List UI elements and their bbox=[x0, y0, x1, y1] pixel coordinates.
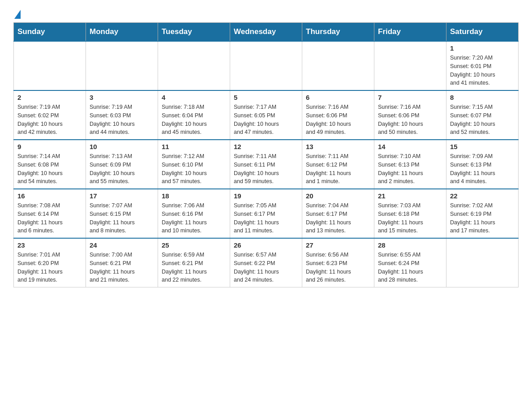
day-number: 7 bbox=[378, 94, 442, 101]
day-number: 28 bbox=[378, 241, 442, 249]
table-row: 12Sunrise: 7:11 AM Sunset: 6:11 PM Dayli… bbox=[230, 140, 302, 189]
table-row: 8Sunrise: 7:15 AM Sunset: 6:07 PM Daylig… bbox=[446, 90, 519, 140]
table-row: 16Sunrise: 7:08 AM Sunset: 6:14 PM Dayli… bbox=[14, 189, 86, 238]
table-row: 10Sunrise: 7:13 AM Sunset: 6:09 PM Dayli… bbox=[86, 140, 158, 189]
day-info: Sunrise: 7:10 AM Sunset: 6:13 PM Dayligh… bbox=[378, 152, 442, 186]
day-info: Sunrise: 7:15 AM Sunset: 6:07 PM Dayligh… bbox=[450, 103, 515, 137]
day-number: 18 bbox=[162, 192, 226, 200]
day-info: Sunrise: 7:11 AM Sunset: 6:11 PM Dayligh… bbox=[234, 152, 298, 186]
table-row: 4Sunrise: 7:18 AM Sunset: 6:04 PM Daylig… bbox=[158, 90, 230, 140]
header-monday: Monday bbox=[86, 23, 158, 42]
table-row: 7Sunrise: 7:16 AM Sunset: 6:06 PM Daylig… bbox=[374, 90, 446, 140]
logo bbox=[13, 9, 21, 18]
day-number: 11 bbox=[162, 143, 226, 150]
day-info: Sunrise: 7:17 AM Sunset: 6:05 PM Dayligh… bbox=[234, 103, 298, 137]
table-row: 24Sunrise: 7:00 AM Sunset: 6:21 PM Dayli… bbox=[86, 238, 158, 287]
calendar-week-row: 23Sunrise: 7:01 AM Sunset: 6:20 PM Dayli… bbox=[14, 238, 519, 287]
day-number: 10 bbox=[90, 143, 154, 150]
day-info: Sunrise: 7:16 AM Sunset: 6:06 PM Dayligh… bbox=[306, 103, 370, 137]
table-row bbox=[14, 41, 86, 90]
weekday-header-row: Sunday Monday Tuesday Wednesday Thursday… bbox=[14, 23, 519, 42]
day-number: 3 bbox=[90, 94, 154, 101]
table-row: 15Sunrise: 7:09 AM Sunset: 6:13 PM Dayli… bbox=[446, 140, 519, 189]
calendar-week-row: 9Sunrise: 7:14 AM Sunset: 6:08 PM Daylig… bbox=[14, 140, 519, 189]
table-row: 21Sunrise: 7:03 AM Sunset: 6:18 PM Dayli… bbox=[374, 189, 446, 238]
table-row: 20Sunrise: 7:04 AM Sunset: 6:17 PM Dayli… bbox=[302, 189, 374, 238]
table-row: 5Sunrise: 7:17 AM Sunset: 6:05 PM Daylig… bbox=[230, 90, 302, 140]
calendar-table: Sunday Monday Tuesday Wednesday Thursday… bbox=[13, 22, 519, 287]
table-row: 18Sunrise: 7:06 AM Sunset: 6:16 PM Dayli… bbox=[158, 189, 230, 238]
table-row: 1Sunrise: 7:20 AM Sunset: 6:01 PM Daylig… bbox=[446, 41, 519, 90]
day-info: Sunrise: 6:59 AM Sunset: 6:21 PM Dayligh… bbox=[162, 251, 226, 284]
day-info: Sunrise: 7:19 AM Sunset: 6:02 PM Dayligh… bbox=[17, 103, 82, 137]
day-info: Sunrise: 7:04 AM Sunset: 6:17 PM Dayligh… bbox=[306, 201, 370, 235]
table-row: 27Sunrise: 6:56 AM Sunset: 6:23 PM Dayli… bbox=[302, 238, 374, 287]
table-row: 2Sunrise: 7:19 AM Sunset: 6:02 PM Daylig… bbox=[14, 90, 86, 140]
day-info: Sunrise: 7:09 AM Sunset: 6:13 PM Dayligh… bbox=[450, 152, 515, 186]
day-number: 26 bbox=[234, 241, 298, 249]
calendar-week-row: 16Sunrise: 7:08 AM Sunset: 6:14 PM Dayli… bbox=[14, 189, 519, 238]
day-info: Sunrise: 7:18 AM Sunset: 6:04 PM Dayligh… bbox=[162, 103, 226, 137]
table-row bbox=[302, 41, 374, 90]
day-number: 1 bbox=[450, 44, 515, 52]
header-tuesday: Tuesday bbox=[158, 23, 230, 42]
day-info: Sunrise: 7:08 AM Sunset: 6:14 PM Dayligh… bbox=[17, 201, 82, 235]
header-thursday: Thursday bbox=[302, 23, 374, 42]
day-number: 17 bbox=[90, 192, 154, 200]
day-number: 8 bbox=[450, 94, 515, 101]
day-info: Sunrise: 7:03 AM Sunset: 6:18 PM Dayligh… bbox=[378, 201, 442, 235]
header-friday: Friday bbox=[374, 23, 446, 42]
day-info: Sunrise: 7:14 AM Sunset: 6:08 PM Dayligh… bbox=[17, 152, 82, 186]
day-number: 19 bbox=[234, 192, 298, 200]
table-row bbox=[446, 238, 519, 287]
table-row bbox=[86, 41, 158, 90]
day-number: 13 bbox=[306, 143, 370, 150]
table-row: 28Sunrise: 6:55 AM Sunset: 6:24 PM Dayli… bbox=[374, 238, 446, 287]
logo-triangle-icon bbox=[14, 10, 21, 19]
day-number: 5 bbox=[234, 94, 298, 101]
table-row: 3Sunrise: 7:19 AM Sunset: 6:03 PM Daylig… bbox=[86, 90, 158, 140]
day-number: 27 bbox=[306, 241, 370, 249]
table-row: 11Sunrise: 7:12 AM Sunset: 6:10 PM Dayli… bbox=[158, 140, 230, 189]
table-row: 14Sunrise: 7:10 AM Sunset: 6:13 PM Dayli… bbox=[374, 140, 446, 189]
day-number: 16 bbox=[17, 192, 82, 200]
table-row: 13Sunrise: 7:11 AM Sunset: 6:12 PM Dayli… bbox=[302, 140, 374, 189]
calendar-week-row: 2Sunrise: 7:19 AM Sunset: 6:02 PM Daylig… bbox=[14, 90, 519, 140]
table-row: 25Sunrise: 6:59 AM Sunset: 6:21 PM Dayli… bbox=[158, 238, 230, 287]
day-number: 4 bbox=[162, 94, 226, 101]
header-saturday: Saturday bbox=[446, 23, 519, 42]
table-row bbox=[374, 41, 446, 90]
day-number: 9 bbox=[17, 143, 82, 150]
day-info: Sunrise: 6:56 AM Sunset: 6:23 PM Dayligh… bbox=[306, 251, 370, 284]
day-number: 6 bbox=[306, 94, 370, 101]
day-info: Sunrise: 7:16 AM Sunset: 6:06 PM Dayligh… bbox=[378, 103, 442, 137]
day-number: 21 bbox=[378, 192, 442, 200]
table-row: 6Sunrise: 7:16 AM Sunset: 6:06 PM Daylig… bbox=[302, 90, 374, 140]
day-info: Sunrise: 7:19 AM Sunset: 6:03 PM Dayligh… bbox=[90, 103, 154, 137]
table-row bbox=[230, 41, 302, 90]
day-number: 2 bbox=[17, 94, 82, 101]
day-info: Sunrise: 7:13 AM Sunset: 6:09 PM Dayligh… bbox=[90, 152, 154, 186]
day-info: Sunrise: 7:02 AM Sunset: 6:19 PM Dayligh… bbox=[450, 201, 515, 235]
table-row: 26Sunrise: 6:57 AM Sunset: 6:22 PM Dayli… bbox=[230, 238, 302, 287]
table-row: 23Sunrise: 7:01 AM Sunset: 6:20 PM Dayli… bbox=[14, 238, 86, 287]
day-number: 20 bbox=[306, 192, 370, 200]
day-number: 15 bbox=[450, 143, 515, 150]
day-number: 22 bbox=[450, 192, 515, 200]
table-row: 22Sunrise: 7:02 AM Sunset: 6:19 PM Dayli… bbox=[446, 189, 519, 238]
day-info: Sunrise: 7:05 AM Sunset: 6:17 PM Dayligh… bbox=[234, 201, 298, 235]
table-row: 17Sunrise: 7:07 AM Sunset: 6:15 PM Dayli… bbox=[86, 189, 158, 238]
day-info: Sunrise: 7:11 AM Sunset: 6:12 PM Dayligh… bbox=[306, 152, 370, 186]
day-info: Sunrise: 6:55 AM Sunset: 6:24 PM Dayligh… bbox=[378, 251, 442, 284]
table-row: 9Sunrise: 7:14 AM Sunset: 6:08 PM Daylig… bbox=[14, 140, 86, 189]
day-info: Sunrise: 7:06 AM Sunset: 6:16 PM Dayligh… bbox=[162, 201, 226, 235]
header-sunday: Sunday bbox=[14, 23, 86, 42]
day-number: 23 bbox=[17, 241, 82, 249]
table-row: 19Sunrise: 7:05 AM Sunset: 6:17 PM Dayli… bbox=[230, 189, 302, 238]
day-info: Sunrise: 7:01 AM Sunset: 6:20 PM Dayligh… bbox=[17, 251, 82, 284]
page-header bbox=[13, 9, 519, 18]
day-info: Sunrise: 7:07 AM Sunset: 6:15 PM Dayligh… bbox=[90, 201, 154, 235]
calendar-week-row: 1Sunrise: 7:20 AM Sunset: 6:01 PM Daylig… bbox=[14, 41, 519, 90]
table-row bbox=[158, 41, 230, 90]
header-wednesday: Wednesday bbox=[230, 23, 302, 42]
